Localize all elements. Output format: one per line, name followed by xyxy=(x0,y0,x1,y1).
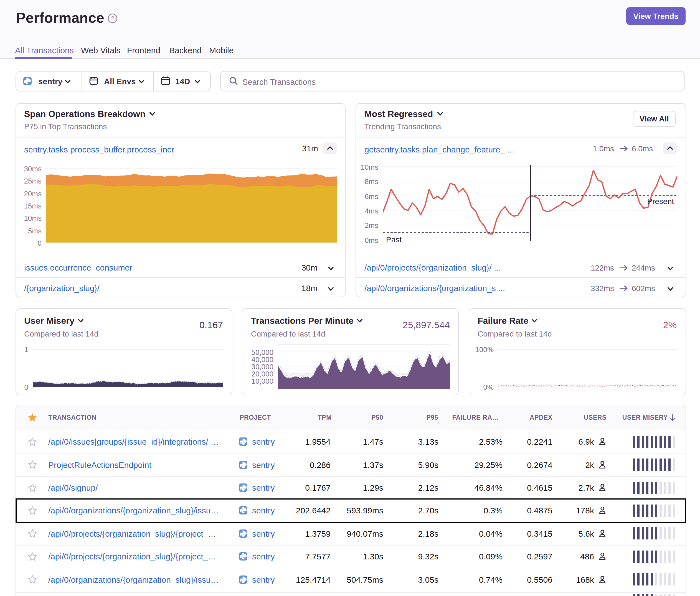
svg-text:?: ? xyxy=(111,15,114,21)
